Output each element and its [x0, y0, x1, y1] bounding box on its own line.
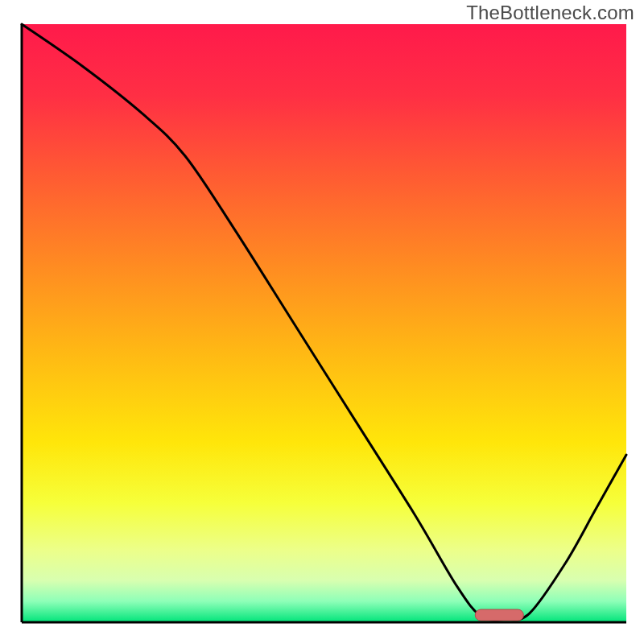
gradient-panel — [22, 24, 626, 622]
bottleneck-chart — [0, 0, 644, 644]
optimum-marker — [475, 609, 523, 621]
chart-container: { "attribution": "TheBottleneck.com", "c… — [0, 0, 644, 644]
